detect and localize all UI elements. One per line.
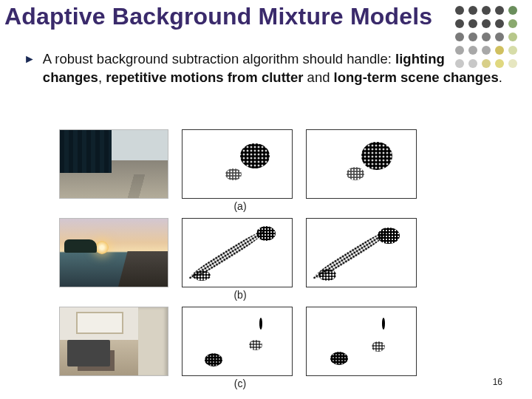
decorative-dot xyxy=(508,33,517,41)
figure-label-b: (b) xyxy=(59,289,421,301)
bullet-end: . xyxy=(499,69,502,85)
decorative-dot xyxy=(495,19,504,28)
decorative-dot xyxy=(468,33,477,41)
bullet-bold-2: repetitive motions from clutter xyxy=(106,69,303,85)
decorative-dot xyxy=(508,6,517,15)
decorative-dot xyxy=(455,6,464,15)
figure-grid: (a) (b) (c) xyxy=(59,129,473,395)
bullet-text: A robust background subtraction algorith… xyxy=(43,50,502,87)
bullet-item: ► A robust background subtraction algori… xyxy=(24,50,502,87)
bullet-bold-3: long-term scene changes xyxy=(334,69,499,85)
scatter-c-1 xyxy=(182,307,293,376)
decorative-dot xyxy=(508,59,517,68)
decorative-dot xyxy=(482,19,491,28)
decorative-dot xyxy=(468,19,477,28)
page-number: 16 xyxy=(493,377,502,387)
decorative-dot xyxy=(495,6,504,15)
scatter-a-2 xyxy=(306,129,417,199)
thumb-office xyxy=(59,307,168,376)
decorative-dot xyxy=(482,33,491,41)
bullet-pre: A robust background subtraction algorith… xyxy=(43,51,395,66)
decorative-dot xyxy=(455,33,464,41)
figure-label-a: (a) xyxy=(59,200,421,212)
thumb-sunset xyxy=(59,218,168,287)
thumb-building xyxy=(59,129,168,199)
decorative-dot xyxy=(508,19,517,28)
figure-row-c xyxy=(59,307,473,376)
decorative-dot xyxy=(508,46,517,55)
scatter-a-1 xyxy=(182,129,293,199)
bullet-marker-icon: ► xyxy=(24,52,35,66)
slide-title: Adaptive Background Mixture Models xyxy=(4,3,432,30)
decorative-dot xyxy=(495,33,504,41)
decorative-dot xyxy=(455,19,464,28)
figure-row-a xyxy=(59,129,473,199)
decorative-dot xyxy=(482,6,491,15)
decorative-dot xyxy=(468,6,477,15)
figure-label-c: (c) xyxy=(59,378,421,389)
scatter-b-1 xyxy=(182,218,293,287)
figure-row-b xyxy=(59,218,473,287)
bullet-sep-1: , xyxy=(98,69,106,85)
scatter-c-2 xyxy=(306,307,417,376)
bullet-mid: and xyxy=(303,69,333,85)
scatter-b-2 xyxy=(306,218,417,287)
